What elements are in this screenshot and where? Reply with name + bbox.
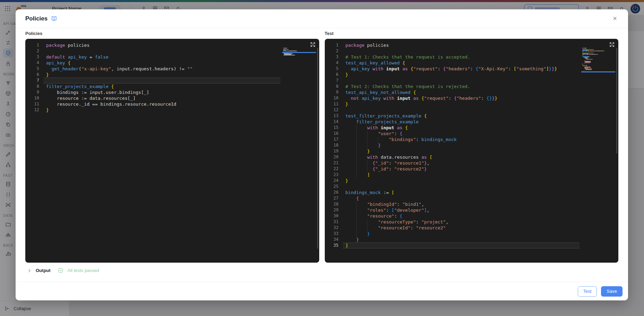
code-line: 10 not api_key with input as {"request":…	[325, 95, 619, 101]
close-icon[interactable]: ✕	[610, 14, 620, 24]
code-line: 13test_filter_projects_example {	[325, 113, 619, 119]
policy-editor[interactable]: 1package policies23default api_key = fal…	[25, 39, 319, 263]
code-line: 1package policies	[25, 42, 319, 48]
code-line: 10 resource := data.resources[_]	[25, 95, 319, 101]
check-circle-icon	[58, 267, 63, 273]
code-line: 5 get_header("x-api-key", input.request.…	[25, 66, 319, 72]
code-line: 32 "resourceId": "resource2"	[325, 225, 619, 231]
code-line: 24}	[325, 178, 619, 184]
code-line: 6}	[25, 72, 319, 78]
code-line: 1package policies	[325, 42, 619, 48]
docs-book-icon[interactable]	[51, 16, 57, 22]
modal-header: Policies ✕	[16, 9, 628, 28]
policies-modal: Policies ✕ Policies Test 1package polic	[16, 9, 628, 300]
scrollbar[interactable]	[317, 48, 318, 249]
code-line: 30 "resource": {	[325, 213, 619, 219]
code-line: 6}	[325, 72, 619, 78]
code-line: 3default api_key = false	[25, 54, 319, 60]
code-line: 35]	[325, 243, 619, 248]
code-line: 4test_api_key_allowed {	[325, 60, 619, 66]
minimap[interactable]	[283, 48, 315, 56]
code-line: 12	[325, 107, 619, 113]
code-line: 11}	[325, 101, 619, 107]
code-line: 23 ]	[325, 172, 619, 178]
code-line: 17 "bindings": bindings_mock	[325, 137, 619, 142]
minimap-cursor-line	[282, 52, 316, 53]
left-panel-label: Policies	[25, 31, 319, 36]
code-line: 33 }	[325, 231, 619, 237]
right-panel-label: Test	[325, 31, 619, 36]
code-line: 5 api_key with input as {"request": {"he…	[325, 66, 619, 72]
expand-icon[interactable]	[609, 42, 615, 47]
code-line: 29 "roles": ["developer"],	[325, 207, 619, 213]
code-line: 27 {	[325, 195, 619, 201]
modal-footer: Test Save	[16, 282, 628, 300]
output-label[interactable]: Output	[36, 268, 51, 273]
minimap-cursor-line	[581, 71, 615, 72]
code-line: 25	[325, 184, 619, 190]
save-button[interactable]: Save	[601, 286, 623, 297]
test-button[interactable]: Test	[578, 286, 597, 297]
code-line: 26bindings_mock := [	[325, 190, 619, 195]
scrollbar[interactable]	[616, 48, 617, 153]
expand-icon[interactable]	[310, 42, 316, 47]
code-line: 15 with input as {	[325, 125, 619, 131]
code-line: 22 {"_id": "resource2"}	[325, 166, 619, 172]
code-line: 14 filter_projects_example	[325, 119, 619, 125]
code-line: 9 bindings := input.user.bindings[_]	[25, 89, 319, 95]
modal-title: Policies	[25, 15, 47, 22]
code-line: 16 "user": {	[325, 131, 619, 137]
code-line: 7	[325, 78, 619, 84]
code-area: 1package policies23default api_key = fal…	[25, 39, 319, 113]
code-line: 2	[25, 48, 319, 54]
modal-body: Policies Test 1package policies23default…	[16, 28, 628, 263]
chevron-right-icon[interactable]	[27, 269, 32, 273]
code-line: 28 "bindingId": "bind1",	[325, 201, 619, 207]
code-area: 1package policies23# Test 1: Checks that…	[325, 39, 619, 248]
code-line: 8# Test 2: Checks that the request is re…	[325, 84, 619, 89]
code-line: 31 "resourceType": "project",	[325, 219, 619, 225]
code-line: 7	[25, 78, 319, 84]
code-line: 21 {"_id": "resource1"},	[325, 160, 619, 166]
code-line: 19 }	[325, 148, 619, 154]
test-editor[interactable]: 1package policies23# Test 1: Checks that…	[325, 39, 619, 263]
code-line: 12}	[25, 107, 319, 113]
code-line: 11 resource._id == bindings.resource.res…	[25, 101, 319, 107]
code-line: 4api_key {	[25, 60, 319, 66]
code-line: 20 with data.resources as [	[325, 154, 619, 160]
code-line: 9test_api_key_not_allowed {	[325, 89, 619, 95]
code-line: 18 }	[325, 142, 619, 148]
minimap[interactable]	[582, 48, 614, 72]
output-row: Output All tests passed	[16, 263, 628, 278]
code-line: 8filter_projects_example {	[25, 84, 319, 89]
code-line: 2	[325, 48, 619, 54]
code-line: 3# Test 1: Checks that the request is ac…	[325, 54, 619, 60]
code-line: 34 }	[325, 237, 619, 243]
output-status: All tests passed	[68, 268, 99, 273]
